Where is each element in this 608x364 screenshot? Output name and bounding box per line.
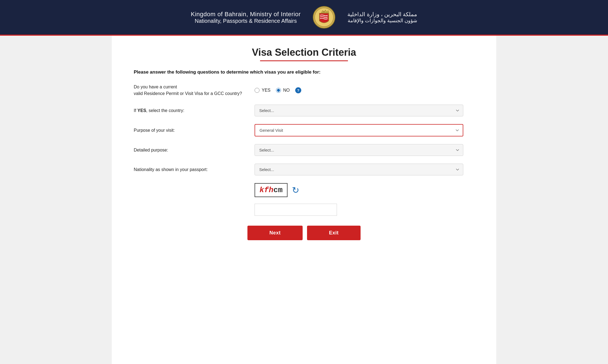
bahrain-emblem: ★ — [312, 5, 336, 30]
svg-text:★: ★ — [323, 10, 325, 13]
refresh-icon: ↻ — [292, 185, 299, 195]
detailed-purpose-row: Detailed purpose: Select... — [134, 144, 463, 156]
header-line2-ar: شؤون الجنسية والجوازات والإقامة — [347, 18, 417, 24]
captcha-refresh-button[interactable]: ↻ — [292, 185, 299, 195]
country-select-area: Select... Saudi Arabia Kuwait Qatar UAE … — [255, 105, 463, 116]
captcha-input-area — [255, 204, 474, 216]
captcha-text: kfhcm — [260, 186, 283, 194]
header-line1-en: Kingdom of Bahrain, Ministry of Interior — [191, 11, 301, 18]
no-radio[interactable] — [276, 88, 281, 93]
detailed-purpose-select[interactable]: Select... — [255, 144, 463, 156]
captcha-input[interactable] — [255, 204, 337, 216]
main-content: Visa Selection Criteria Please answer th… — [112, 36, 496, 364]
gcc-radio-group: YES NO ? — [255, 87, 463, 93]
title-underline — [260, 60, 348, 61]
header-line2-en: Nationality, Passports & Residence Affai… — [191, 18, 301, 24]
header-english-text: Kingdom of Bahrain, Ministry of Interior… — [191, 11, 301, 24]
page-title: Visa Selection Criteria — [134, 47, 474, 58]
header-line1-ar: مملكة البحرين ، وزارة الداخلية — [347, 11, 417, 18]
next-button[interactable]: Next — [247, 226, 303, 240]
detailed-purpose-select-area: Select... — [255, 144, 463, 156]
nationality-row: Nationality as shown in your passport: S… — [134, 164, 463, 175]
gcc-question-row: Do you have a current valid Residence Pe… — [134, 84, 463, 97]
gcc-question-label: Do you have a current valid Residence Pe… — [134, 84, 249, 97]
no-radio-label[interactable]: NO — [276, 88, 290, 93]
nationality-select-area: Select... — [255, 164, 463, 175]
detailed-purpose-label: Detailed purpose: — [134, 147, 249, 153]
visa-form: Do you have a current valid Residence Pe… — [134, 84, 463, 175]
action-buttons: Next Exit — [134, 226, 474, 240]
country-select[interactable]: Select... Saudi Arabia Kuwait Qatar UAE … — [255, 105, 463, 116]
no-label: NO — [283, 88, 290, 93]
nationality-select[interactable]: Select... — [255, 164, 463, 175]
country-label: If YES, select the country: — [134, 107, 249, 114]
purpose-select-area: General Visit Business Tourism Medical T… — [255, 124, 463, 136]
purpose-select[interactable]: General Visit Business Tourism Medical T… — [255, 124, 463, 136]
country-row: If YES, select the country: Select... Sa… — [134, 105, 463, 116]
captcha-area: kfhcm ↻ — [255, 183, 474, 197]
nationality-label: Nationality as shown in your passport: — [134, 166, 249, 173]
site-header: Kingdom of Bahrain, Ministry of Interior… — [0, 0, 608, 36]
captcha-image: kfhcm — [255, 183, 288, 197]
gcc-radio-area: YES NO ? — [255, 87, 463, 93]
purpose-label: Purpose of your visit: — [134, 127, 249, 134]
header-arabic-text: مملكة البحرين ، وزارة الداخلية شؤون الجن… — [347, 11, 417, 24]
purpose-row: Purpose of your visit: General Visit Bus… — [134, 124, 463, 136]
yes-label: YES — [262, 88, 270, 93]
help-icon[interactable]: ? — [295, 87, 301, 93]
yes-radio-label[interactable]: YES — [255, 88, 270, 93]
form-instruction: Please answer the following questions to… — [134, 69, 474, 75]
yes-radio[interactable] — [255, 88, 260, 93]
exit-button[interactable]: Exit — [307, 226, 361, 240]
